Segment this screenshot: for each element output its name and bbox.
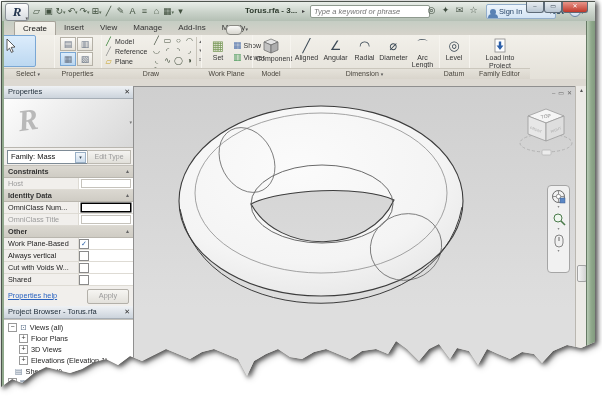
family-category-icon[interactable]: ▤ bbox=[60, 37, 76, 51]
dimension-angular-button[interactable]: ∠Angular bbox=[321, 37, 350, 69]
expand-icon[interactable]: + bbox=[8, 378, 17, 387]
family-types-icon[interactable]: ▧ bbox=[77, 52, 93, 66]
zoom-icon[interactable] bbox=[552, 212, 566, 226]
sync-icon[interactable]: ↻▾ bbox=[55, 5, 66, 17]
draw-tool-icon-2[interactable]: ○ bbox=[173, 36, 184, 46]
dimension-diameter-button[interactable]: ⌀Diameter bbox=[379, 37, 408, 69]
dimension-arc-length-button[interactable]: ⌒Arc Length bbox=[408, 37, 437, 69]
properties-help-link[interactable]: Properties help bbox=[8, 291, 57, 300]
text-icon[interactable]: A bbox=[127, 5, 138, 17]
set-work-plane-button[interactable]: ▦ Set bbox=[203, 37, 233, 61]
tab-manage[interactable]: Manage bbox=[125, 21, 170, 35]
component-button[interactable]: Component bbox=[256, 37, 286, 63]
pin-icon[interactable]: ▴ bbox=[126, 226, 129, 237]
close-icon[interactable]: ✕ bbox=[124, 306, 130, 318]
level-button[interactable]: ◎ Level bbox=[439, 37, 469, 61]
draw-tool-icon-6[interactable]: ◝ bbox=[173, 46, 184, 56]
expand-icon[interactable]: + bbox=[19, 334, 28, 343]
panel-label-dimension[interactable]: Dimension ▾ bbox=[290, 68, 439, 79]
reference-line-button[interactable]: ╱ Reference bbox=[104, 47, 150, 57]
navbar-divider-icon[interactable]: ▾ bbox=[548, 204, 569, 209]
project-browser-header[interactable]: Project Browser - Torus.rfa ✕ bbox=[4, 306, 133, 319]
edit-type-button[interactable]: Edit Type bbox=[87, 150, 131, 164]
tree-item-views-all[interactable]: −⊡Views (all) bbox=[4, 322, 133, 333]
type-selector[interactable]: Family: Mass ▾ bbox=[7, 150, 88, 164]
draw-tool-icon-0[interactable]: ╱ bbox=[151, 36, 162, 46]
view-restore-icon[interactable]: ▭ bbox=[558, 89, 564, 97]
aligned-dimension-icon[interactable]: ╱ bbox=[103, 5, 114, 17]
draw-tool-icon-11[interactable]: ◑ bbox=[184, 56, 195, 66]
draw-tool-icon-10[interactable]: ◯ bbox=[173, 56, 184, 66]
navbar-divider-icon[interactable]: ▾ bbox=[548, 248, 569, 253]
reference-plane-button[interactable]: ▱ Plane bbox=[104, 57, 150, 67]
properties-palette-icon[interactable]: ▦ bbox=[60, 52, 76, 66]
tree-item-floor-plans[interactable]: +Floor Plans bbox=[4, 333, 133, 344]
ribbon-display-toggle[interactable] bbox=[226, 25, 242, 35]
properties-palette-header[interactable]: Properties ✕ bbox=[4, 86, 133, 99]
undo-icon[interactable]: ↶▾ bbox=[67, 5, 78, 17]
tab-add-ins[interactable]: Add-Ins bbox=[170, 21, 214, 35]
search-input[interactable] bbox=[310, 5, 430, 18]
checkbox[interactable] bbox=[79, 275, 89, 285]
close-button[interactable]: ✕ bbox=[562, 2, 588, 13]
tab-create[interactable]: Create bbox=[14, 21, 56, 36]
value-field[interactable] bbox=[81, 215, 131, 224]
title-overflow-arrow-icon[interactable]: ▸ bbox=[302, 7, 305, 14]
favorites-icon[interactable]: ☆ bbox=[467, 5, 480, 15]
draw-tool-icon-4[interactable]: ◡ bbox=[151, 46, 162, 56]
steering-wheel-icon[interactable] bbox=[551, 189, 566, 204]
chevron-down-icon[interactable]: ▾ bbox=[75, 152, 86, 163]
draw-tool-icon-9[interactable]: ∿ bbox=[162, 56, 173, 66]
viewcube[interactable]: TOP FRONT RIGHT bbox=[518, 97, 576, 161]
collapse-icon[interactable]: − bbox=[8, 323, 17, 332]
pin-icon[interactable]: ▴ bbox=[126, 166, 129, 177]
measure-icon[interactable]: ⊞▾ bbox=[91, 5, 102, 17]
dimension-aligned-button[interactable]: ╱Aligned bbox=[292, 37, 321, 69]
expand-icon[interactable]: + bbox=[19, 345, 28, 354]
load-into-project-button[interactable]: Load into Project bbox=[483, 37, 517, 69]
tree-item-sheets-all[interactable]: ▤Sheets (all) bbox=[4, 366, 133, 377]
family-parameters-icon[interactable]: ▥ bbox=[77, 37, 93, 51]
tree-item-families[interactable]: +▦Families bbox=[4, 377, 133, 388]
draw-tool-icon-7[interactable]: ◞ bbox=[184, 46, 195, 56]
restore-button[interactable]: ▭ bbox=[544, 2, 562, 13]
view-minimize-icon[interactable]: – bbox=[552, 89, 555, 97]
checkbox[interactable] bbox=[79, 263, 89, 273]
close-icon[interactable]: ✕ bbox=[124, 86, 130, 98]
preview-expander-icon[interactable]: ▾ bbox=[129, 119, 132, 125]
tree-item-3d-views[interactable]: +3D Views bbox=[4, 344, 133, 355]
torus-3d-model[interactable] bbox=[164, 95, 544, 355]
checkbox[interactable]: ✓ bbox=[79, 239, 89, 249]
default-3d-view-icon[interactable]: ⌂ bbox=[151, 5, 162, 17]
model-line-button[interactable]: ╱ Model bbox=[104, 37, 150, 47]
modify-button[interactable]: Modify bbox=[2, 35, 36, 67]
application-menu-button[interactable]: R ▾ bbox=[5, 3, 29, 21]
drawing-area[interactable]: – ▭ ✕ TO bbox=[133, 86, 576, 402]
draw-tool-icon-8[interactable]: ◟ bbox=[151, 56, 162, 66]
save-icon[interactable]: ▣ bbox=[43, 5, 54, 17]
draw-tool-icon-1[interactable]: ▭ bbox=[162, 36, 173, 46]
dimension-radial-button[interactable]: ◠Radial bbox=[350, 37, 379, 69]
open-icon[interactable]: ▱ bbox=[31, 5, 42, 17]
apply-button[interactable]: Apply bbox=[87, 289, 129, 304]
value-field[interactable] bbox=[81, 203, 131, 212]
pin-icon[interactable]: ▴ bbox=[126, 190, 129, 201]
value-field[interactable] bbox=[81, 179, 131, 188]
checkbox[interactable] bbox=[79, 251, 89, 261]
draw-tool-icon-3[interactable]: ◠ bbox=[184, 36, 195, 46]
search-icon[interactable]: ◎ bbox=[425, 5, 438, 15]
customize-qat-icon[interactable]: ▾ bbox=[175, 5, 186, 17]
panel-label-select[interactable]: Select ▾ bbox=[2, 68, 54, 79]
draw-tool-icon-5[interactable]: ◜ bbox=[162, 46, 173, 56]
tree-item-elevations-elevation-1[interactable]: +Elevations (Elevation 1) bbox=[4, 355, 133, 366]
switch-windows-icon[interactable]: ▦▾ bbox=[163, 5, 174, 17]
redo-icon[interactable]: ↷▾ bbox=[79, 5, 90, 17]
subscription-icon[interactable]: ✦ bbox=[439, 5, 452, 15]
navbar-divider-icon[interactable]: ▾ bbox=[548, 226, 569, 231]
tag-icon[interactable]: ✎ bbox=[115, 5, 126, 17]
tab-view[interactable]: View bbox=[92, 21, 125, 35]
communication-center-icon[interactable]: ✉ bbox=[453, 5, 466, 15]
thin-lines-icon[interactable]: ≡ bbox=[139, 5, 150, 17]
expand-icon[interactable]: + bbox=[19, 356, 28, 365]
minimize-button[interactable]: – bbox=[526, 2, 544, 13]
